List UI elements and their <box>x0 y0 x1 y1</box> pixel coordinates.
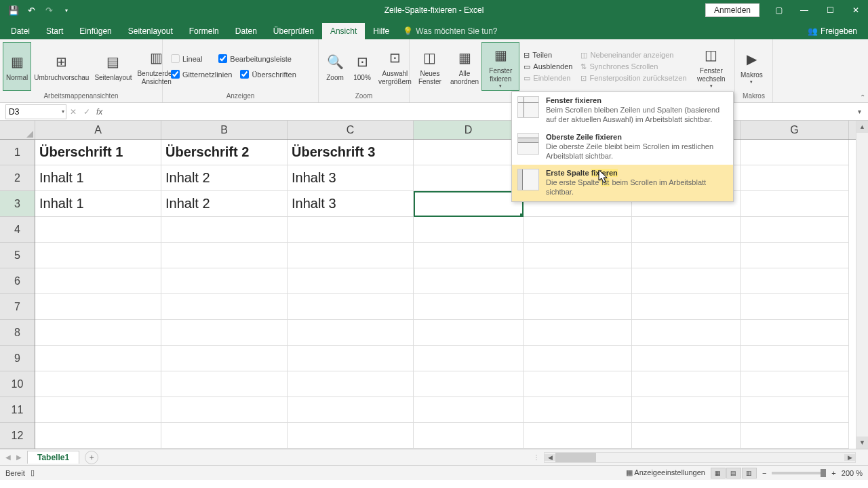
cell-B8[interactable] <box>161 320 288 346</box>
cell-F5[interactable] <box>632 243 741 268</box>
view-normal-button[interactable]: ▦Normal <box>3 42 31 91</box>
freeze-panes-button[interactable]: ▦Fenster fixieren▾ <box>481 42 519 91</box>
cell-F8[interactable] <box>632 320 741 346</box>
cell-C1[interactable]: Überschrift 3 <box>288 140 414 165</box>
cell-A7[interactable] <box>35 294 161 320</box>
cell-G2[interactable] <box>741 165 849 191</box>
freeze-first-column-item[interactable]: Erste Spalte fixieren Die erste Spalte i… <box>512 165 733 201</box>
cell-G11[interactable] <box>741 397 849 423</box>
cell-F4[interactable] <box>632 217 741 243</box>
zoom-level[interactable]: 200 % <box>842 469 863 477</box>
cell-G6[interactable] <box>741 268 849 294</box>
scroll-right-button[interactable]: ▶ <box>844 454 855 461</box>
zoom-in-button[interactable]: + <box>831 469 835 477</box>
scroll-down-button[interactable]: ▼ <box>856 436 868 449</box>
cell-C6[interactable] <box>288 268 414 294</box>
split-button[interactable]: ⊟ Teilen <box>521 50 575 60</box>
qat-customize[interactable]: ▾ <box>58 2 75 18</box>
cell-C7[interactable] <box>288 294 414 320</box>
cell-G3[interactable] <box>741 191 849 217</box>
row-header-1[interactable]: 1 <box>0 140 35 165</box>
cell-E6[interactable] <box>524 268 632 294</box>
row-header-4[interactable]: 4 <box>0 217 35 243</box>
tell-me-search[interactable]: 💡 Was möchten Sie tun? <box>397 23 502 39</box>
add-sheet-button[interactable]: + <box>85 451 98 464</box>
row-header-7[interactable]: 7 <box>0 294 35 320</box>
row-header-2[interactable]: 2 <box>0 165 35 191</box>
tab-ansicht[interactable]: Ansicht <box>322 23 365 39</box>
row-header-9[interactable]: 9 <box>0 346 35 371</box>
cell-G8[interactable] <box>741 320 849 346</box>
cell-B1[interactable]: Überschrift 2 <box>161 140 288 165</box>
zoom-button[interactable]: 🔍Zoom <box>321 42 349 91</box>
freeze-panes-item[interactable]: Fenster fixieren Beim Scrollen bleiben Z… <box>512 92 733 129</box>
row-header-11[interactable]: 11 <box>0 397 35 423</box>
cell-D10[interactable] <box>414 371 524 397</box>
checkbox-formula-bar[interactable]: Bearbeitungsleiste <box>216 53 294 64</box>
minimize-button[interactable]: — <box>792 0 816 20</box>
cell-E7[interactable] <box>524 294 632 320</box>
cell-G4[interactable] <box>741 217 849 243</box>
cell-E5[interactable] <box>524 243 632 268</box>
row-header-8[interactable]: 8 <box>0 320 35 346</box>
cell-D9[interactable] <box>414 346 524 371</box>
freeze-top-row-item[interactable]: Oberste Zeile fixieren Die oberste Zeile… <box>512 129 733 165</box>
cell-C4[interactable] <box>288 217 414 243</box>
cell-E11[interactable] <box>524 397 632 423</box>
sheet-nav-next[interactable]: ▶ <box>16 453 22 461</box>
col-header-C[interactable]: C <box>288 121 414 139</box>
vertical-scrollbar[interactable]: ▲ ▼ <box>856 121 868 449</box>
save-button[interactable]: 💾 <box>5 2 22 18</box>
cell-G9[interactable] <box>741 346 849 371</box>
cell-E12[interactable] <box>524 423 632 449</box>
share-button[interactable]: 👥 Freigeben <box>802 23 863 39</box>
cell-B3[interactable]: Inhalt 2 <box>161 191 288 217</box>
cell-A4[interactable] <box>35 217 161 243</box>
tab-start[interactable]: Start <box>38 23 71 39</box>
scroll-left-button[interactable]: ◀ <box>545 454 555 461</box>
cell-E4[interactable] <box>524 217 632 243</box>
cell-C10[interactable] <box>288 371 414 397</box>
cell-G10[interactable] <box>741 371 849 397</box>
cell-G5[interactable] <box>741 243 849 268</box>
cell-B4[interactable] <box>161 217 288 243</box>
cell-B12[interactable] <box>161 423 288 449</box>
cell-F7[interactable] <box>632 294 741 320</box>
cell-F9[interactable] <box>632 346 741 371</box>
cell-B2[interactable]: Inhalt 2 <box>161 165 288 191</box>
cell-G12[interactable] <box>741 423 849 449</box>
zoom-100-button[interactable]: ⊡100% <box>349 42 376 91</box>
col-header-D[interactable]: D <box>414 121 524 139</box>
horizontal-scrollbar[interactable]: ◀ ▶ <box>544 452 856 463</box>
cell-B6[interactable] <box>161 268 288 294</box>
col-header-A[interactable]: A <box>35 121 161 139</box>
status-normal-view[interactable]: ▦ <box>711 468 726 479</box>
cell-D11[interactable] <box>414 397 524 423</box>
row-header-12[interactable]: 12 <box>0 423 35 449</box>
cell-F12[interactable] <box>632 423 741 449</box>
maximize-button[interactable]: ☐ <box>818 0 842 20</box>
checkbox-lineal[interactable]: Lineal <box>168 53 205 64</box>
tab-hilfe[interactable]: Hilfe <box>365 23 397 39</box>
cell-C2[interactable]: Inhalt 3 <box>288 165 414 191</box>
tab-daten[interactable]: Daten <box>227 23 265 39</box>
cell-E9[interactable] <box>524 346 632 371</box>
cell-A12[interactable] <box>35 423 161 449</box>
cell-A10[interactable] <box>35 371 161 397</box>
close-button[interactable]: ✕ <box>844 0 868 20</box>
cell-F10[interactable] <box>632 371 741 397</box>
checkbox-gridlines[interactable]: Gitternetzlinien <box>168 68 235 80</box>
row-header-6[interactable]: 6 <box>0 268 35 294</box>
cell-D6[interactable] <box>414 268 524 294</box>
cell-B11[interactable] <box>161 397 288 423</box>
cell-D3[interactable] <box>414 191 524 217</box>
select-all-corner[interactable] <box>0 121 35 140</box>
cell-A5[interactable] <box>35 243 161 268</box>
tab-formeln[interactable]: Formeln <box>181 23 227 39</box>
row-header-3[interactable]: 3 <box>0 191 35 217</box>
checkbox-headings[interactable]: Überschriften <box>237 68 298 80</box>
view-pagebreak-button[interactable]: ⊞Umbruchvorschau <box>31 42 92 91</box>
cell-A9[interactable] <box>35 346 161 371</box>
cell-D2[interactable] <box>414 165 524 191</box>
cell-F6[interactable] <box>632 268 741 294</box>
